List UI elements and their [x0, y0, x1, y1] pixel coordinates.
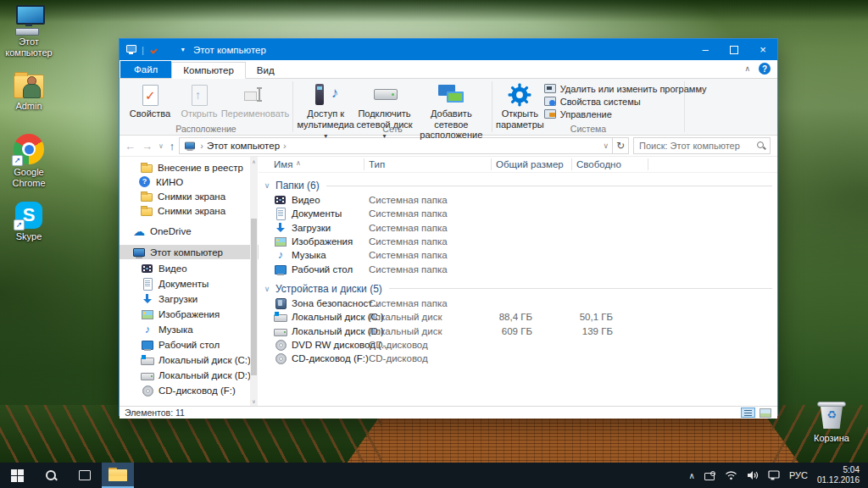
scrollbar-thumb[interactable]: [251, 219, 257, 375]
refresh-button[interactable]: ↻: [613, 137, 629, 154]
large-icons-view-button[interactable]: [758, 408, 772, 418]
qat-separator: |: [142, 45, 144, 55]
list-row-desktop[interactable]: Рабочий стол Системная папка: [259, 262, 777, 275]
list-row-videos[interactable]: Видео Системная папка: [259, 193, 777, 207]
network-monitors-icon: [437, 83, 465, 107]
rename-icon: [244, 84, 266, 106]
group-collapse-icon[interactable]: ∨: [259, 285, 275, 293]
tab-file[interactable]: Файл: [120, 61, 171, 78]
up-icon[interactable]: ↑: [170, 140, 175, 152]
column-total-size[interactable]: Общий размер: [496, 159, 564, 169]
search-box: [633, 137, 771, 154]
back-icon[interactable]: ←: [125, 140, 136, 152]
nav-item-kino[interactable]: КИНО: [120, 175, 259, 189]
language-indicator[interactable]: РУС: [789, 470, 808, 480]
address-dropdown-icon[interactable]: ∨: [603, 141, 609, 150]
scroll-down-icon[interactable]: ∨: [250, 398, 258, 404]
rename-button: Переименовать: [221, 80, 289, 119]
list-row-music[interactable]: ♪ Музыка Системная папка: [259, 248, 777, 262]
system-properties-button[interactable]: Свойства системы: [544, 97, 707, 107]
list-row-cd-f[interactable]: CD-дисковод (F:) CD-дисковод: [259, 352, 777, 365]
tab-view[interactable]: Вид: [246, 63, 286, 78]
list-row-security-zone[interactable]: Зона безопасност... Системная папка: [259, 297, 777, 310]
collapse-ribbon-icon[interactable]: ∧: [744, 64, 750, 73]
group-collapse-icon[interactable]: ∨: [259, 181, 275, 190]
group-header-folders[interactable]: ∨ Папки (6): [259, 178, 777, 193]
open-button: ↑ Открыть: [177, 80, 221, 119]
group-header-devices[interactable]: ∨ Устройства и диски (5): [259, 281, 777, 297]
group-label-network: Сеть: [293, 124, 492, 134]
maximize-button[interactable]: [720, 39, 748, 60]
manage-icon: [544, 109, 556, 119]
search-icon[interactable]: [756, 141, 766, 151]
column-type[interactable]: Тип: [369, 159, 385, 169]
ribbon: ✓ Свойства ↑ Открыть Переименовать Распо…: [120, 79, 777, 136]
nav-scrollbar[interactable]: ∧ ∨: [250, 157, 258, 406]
scroll-up-icon[interactable]: ∧: [250, 158, 258, 164]
manage-button[interactable]: Управление: [544, 109, 707, 119]
breadcrumb-chevron-icon[interactable]: ›: [200, 141, 203, 151]
desktop-icon-chrome[interactable]: ➚ Google Chrome: [1, 134, 57, 188]
action-center-icon[interactable]: [768, 470, 780, 480]
desktop: Этот компьютер Admin ➚ Google Chrome S ➚…: [0, 0, 868, 488]
details-view-button[interactable]: [741, 408, 755, 418]
properties-button[interactable]: ✓ Свойства: [123, 80, 177, 119]
nav-item-onedrive[interactable]: ☁ OneDrive: [120, 224, 259, 238]
nav-item-desktop[interactable]: Рабочий стол: [120, 337, 259, 352]
open-settings-button[interactable]: Открыть параметры: [496, 80, 544, 130]
list-row-documents[interactable]: Документы Системная папка: [259, 207, 777, 220]
column-name[interactable]: Имя: [274, 159, 292, 169]
desktop-icon-recycle-bin[interactable]: ♻ Корзина: [804, 400, 860, 444]
tab-computer[interactable]: Компьютер: [171, 62, 246, 79]
nav-item-disk-d[interactable]: Локальный диск (D:): [120, 368, 259, 383]
nav-item-cd-f[interactable]: CD-дисковод (F:): [120, 383, 259, 398]
forward-icon[interactable]: →: [142, 140, 153, 152]
list-row-disk-c[interactable]: Локальный диск (C:) Локальный диск 88,4 …: [259, 310, 777, 324]
desktop-icon-admin[interactable]: Admin: [1, 71, 57, 112]
explorer-window: | ▾ Этот компьютер – × Файл Компьютер Ви…: [119, 38, 778, 416]
minimize-button[interactable]: –: [691, 39, 720, 60]
nav-item-disk-c[interactable]: Локальный диск (C:): [120, 352, 259, 368]
close-button[interactable]: ×: [748, 39, 777, 60]
taskbar-explorer-button[interactable]: [102, 463, 134, 488]
wifi-icon[interactable]: [725, 470, 737, 480]
list-row-downloads[interactable]: Загрузки Системная папка: [259, 221, 777, 235]
nav-item-music[interactable]: ♪ Музыка: [120, 322, 259, 337]
nav-item-videos[interactable]: Видео: [120, 261, 259, 276]
hidden-icons-chevron[interactable]: ∧: [689, 471, 695, 480]
breadcrumb-chevron-icon[interactable]: ›: [283, 141, 287, 151]
desktop-icon-skype[interactable]: S ➚ Skype: [1, 202, 57, 242]
start-button[interactable]: [0, 463, 34, 488]
nav-item-pictures[interactable]: Изображения: [120, 307, 259, 322]
taskbar-clock[interactable]: 5:04 01.12.2016: [817, 465, 860, 486]
nav-item-pinned-folder[interactable]: Снимки экрана: [120, 189, 259, 203]
desktop-icon-this-pc[interactable]: Этот компьютер: [1, 5, 57, 58]
help-icon[interactable]: ?: [759, 63, 771, 75]
nav-item-downloads[interactable]: Загрузки: [120, 291, 259, 307]
breadcrumb[interactable]: Этот компьютер: [207, 141, 280, 151]
list-row-disk-d[interactable]: Локальный диск (D:) Локальный диск 609 Г…: [259, 324, 777, 337]
list-row-dvd-rw[interactable]: DVD RW дисковод (... CD-дисковод: [259, 338, 777, 352]
safely-remove-hardware-icon[interactable]: [704, 471, 715, 480]
list-row-pictures[interactable]: Изображения Системная папка: [259, 235, 777, 248]
ribbon-tabs: Файл Компьютер Вид ∧ ?: [120, 60, 777, 79]
recent-locations-dropdown-icon[interactable]: ∨: [159, 142, 164, 150]
taskbar-search-button[interactable]: [34, 463, 68, 488]
videos-icon: [141, 262, 154, 275]
nav-item-documents[interactable]: Документы: [120, 276, 259, 291]
desktop-folder-icon: [274, 263, 287, 276]
qat-customize-dropdown-icon[interactable]: ▾: [181, 46, 185, 53]
nav-item-pinned-folder[interactable]: Снимки экрана: [120, 203, 259, 218]
uninstall-program-button[interactable]: Удалить или изменить программу: [544, 84, 707, 94]
search-input[interactable]: [637, 140, 756, 152]
drive-icon: [141, 369, 154, 382]
shortcut-arrow-icon: ➚: [12, 155, 23, 166]
nav-item-this-pc[interactable]: Этот компьютер: [120, 245, 259, 259]
question-badge-icon: [138, 175, 152, 189]
column-free-space[interactable]: Свободно: [576, 159, 621, 169]
task-view-button[interactable]: [68, 463, 102, 488]
window-title: Этот компьютер: [193, 45, 266, 55]
nav-item-pinned-folder[interactable]: Внесение в реестр: [120, 160, 259, 175]
volume-icon[interactable]: [747, 470, 759, 480]
desktop-icon-label: Корзина: [814, 433, 849, 444]
